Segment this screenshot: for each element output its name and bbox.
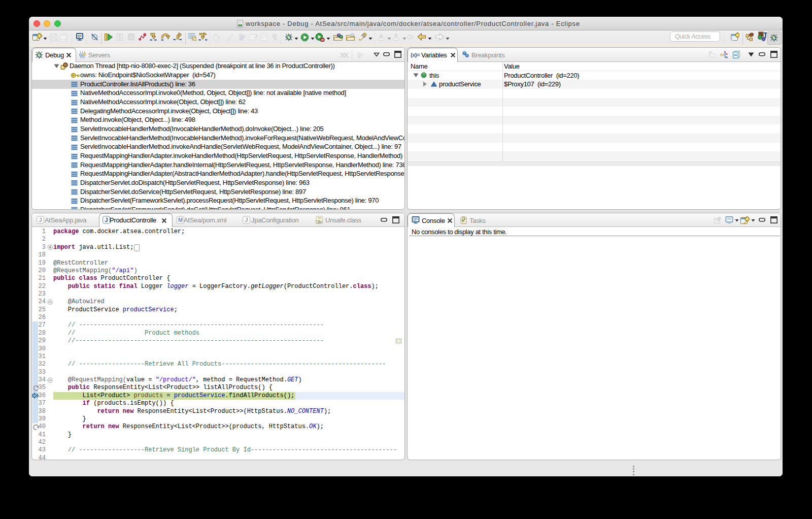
svg-text:M: M	[178, 217, 183, 223]
svg-text:J: J	[39, 217, 42, 223]
svg-text:J: J	[105, 217, 108, 223]
svg-text:J: J	[245, 217, 248, 223]
svg-text:010: 010	[318, 221, 322, 223]
